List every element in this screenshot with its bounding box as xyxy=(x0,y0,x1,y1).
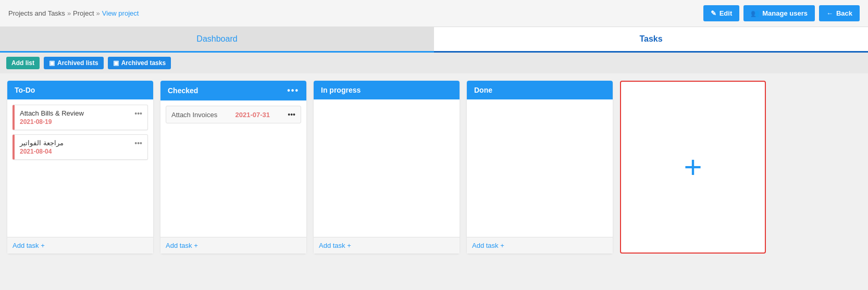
add-task-button[interactable]: Add task + xyxy=(160,237,306,254)
task-date: 2021-08-19 xyxy=(20,118,84,125)
back-icon: ← xyxy=(826,9,833,17)
archive-lists-icon: ▣ xyxy=(49,59,55,67)
list-inprogress-title: In progress xyxy=(321,86,361,94)
breadcrumb-sep1: » xyxy=(67,9,71,17)
archived-tasks-button[interactable]: ▣ Archived tasks xyxy=(108,57,171,69)
list-checked-header: Checked ••• xyxy=(160,81,306,100)
back-label: Back xyxy=(836,9,852,17)
edit-icon: ✎ xyxy=(711,9,716,17)
list-done-body xyxy=(467,99,613,237)
back-button[interactable]: ← Back xyxy=(819,5,860,21)
edit-button[interactable]: ✎ Edit xyxy=(703,5,740,21)
archived-tasks-label: Archived tasks xyxy=(121,59,166,67)
task-menu-dots[interactable]: ••• xyxy=(134,139,142,147)
tab-bar: Dashboard Tasks xyxy=(0,27,868,53)
task-title: مراجعة الفواتير xyxy=(20,139,64,147)
users-icon: 👥 xyxy=(751,9,759,17)
archive-tasks-icon: ▣ xyxy=(113,59,119,67)
tab-dashboard[interactable]: Dashboard xyxy=(0,27,434,51)
plus-icon: + xyxy=(684,152,702,183)
tab-tasks[interactable]: Tasks xyxy=(434,27,868,53)
add-task-button[interactable]: Add task + xyxy=(467,237,613,254)
list-todo-header: To-Do xyxy=(7,81,153,99)
breadcrumb-root: Projects and Tasks xyxy=(8,9,65,17)
top-bar: Projects and Tasks » Project » View proj… xyxy=(0,0,868,27)
list-inprogress: In progress Add task + xyxy=(314,81,460,254)
kanban-board: To-Do Attach Bills & Review 2021-08-19 •… xyxy=(0,73,868,261)
add-list-label: Add list xyxy=(11,59,34,67)
breadcrumb-sep2: » xyxy=(96,9,100,17)
task-date: 2021-07-31 xyxy=(235,111,270,119)
list-todo-title: To-Do xyxy=(15,86,35,94)
list-done-header: Done xyxy=(467,81,613,99)
list-checked-title: Checked xyxy=(168,86,198,95)
manage-users-label: Manage users xyxy=(762,9,808,17)
task-menu-dots[interactable]: ••• xyxy=(134,109,142,118)
list-todo: To-Do Attach Bills & Review 2021-08-19 •… xyxy=(7,81,153,254)
task-date: 2021-08-04 xyxy=(20,148,64,155)
task-menu-dots[interactable]: ••• xyxy=(288,110,295,119)
add-task-button[interactable]: Add task + xyxy=(314,237,460,254)
list-menu-dots[interactable]: ••• xyxy=(287,86,299,95)
task-title: Attach Bills & Review xyxy=(20,109,84,117)
list-inprogress-body xyxy=(314,99,460,237)
list-done: Done Add task + xyxy=(467,81,613,254)
task-title: Attach Invoices xyxy=(171,111,217,119)
view-project-link[interactable]: View project xyxy=(102,9,139,17)
breadcrumb: Projects and Tasks » Project » View proj… xyxy=(8,9,139,17)
edit-label: Edit xyxy=(720,9,733,17)
task-card: Attach Bills & Review 2021-08-19 ••• xyxy=(13,105,148,130)
archived-lists-button[interactable]: ▣ Archived lists xyxy=(44,57,104,69)
add-list-button[interactable]: Add list xyxy=(6,57,40,69)
list-done-title: Done xyxy=(474,86,492,94)
archived-lists-label: Archived lists xyxy=(57,59,98,67)
top-actions: ✎ Edit 👥 Manage users ← Back xyxy=(703,5,860,21)
task-card: مراجعة الفواتير 2021-08-04 ••• xyxy=(13,134,148,160)
add-task-button[interactable]: Add task + xyxy=(7,237,153,254)
task-card-checked: Attach Invoices 2021-07-31 ••• xyxy=(166,106,301,123)
list-todo-body: Attach Bills & Review 2021-08-19 ••• مرا… xyxy=(7,99,153,237)
list-checked-body: Attach Invoices 2021-07-31 ••• xyxy=(160,100,306,237)
list-inprogress-header: In progress xyxy=(314,81,460,99)
add-new-list-button[interactable]: + xyxy=(620,81,766,254)
manage-users-button[interactable]: 👥 Manage users xyxy=(743,5,815,21)
breadcrumb-project: Project xyxy=(73,9,94,17)
list-checked: Checked ••• Attach Invoices 2021-07-31 •… xyxy=(160,81,306,254)
tasks-toolbar: Add list ▣ Archived lists ▣ Archived tas… xyxy=(0,53,868,73)
